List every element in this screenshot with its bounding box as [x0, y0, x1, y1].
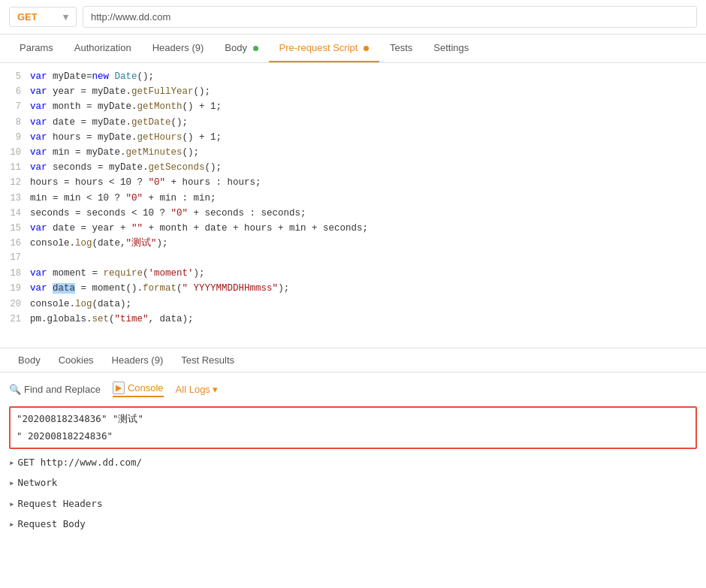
code-line-17: 17 [0, 251, 706, 266]
code-line-10: 10 var min = myDate.getMinutes(); [0, 145, 706, 160]
triangle-icon: ▸ [9, 457, 15, 468]
response-tabs: Body Cookies Headers (9) Test Results [0, 348, 706, 372]
code-line-14: 14 seconds = seconds < 10 ? "0" + second… [0, 206, 706, 221]
url-input[interactable] [83, 6, 697, 28]
triangle-icon: ▸ [9, 477, 15, 488]
tab-test-results[interactable]: Test Results [172, 348, 243, 372]
tab-headers[interactable]: Headers (9) [142, 35, 215, 62]
log-entry-get: ▸GET http://www.dd.com/ [0, 452, 706, 472]
console-area: 🔍 Find and Replace ▶ Console All Logs ▾ … [0, 372, 706, 540]
body-dot [253, 46, 258, 51]
tab-tests[interactable]: Tests [379, 35, 423, 62]
tab-cookies[interactable]: Cookies [50, 348, 103, 372]
tab-headers-response[interactable]: Headers (9) [103, 348, 173, 372]
tab-body-response[interactable]: Body [9, 348, 50, 372]
triangle-icon: ▸ [9, 498, 15, 509]
chevron-down-icon: ▾ [63, 11, 68, 23]
log-entry-request-headers: ▸Request Headers [0, 493, 706, 514]
method-dropdown[interactable]: GET ▾ [9, 7, 77, 27]
code-line-15: 15 var date = year + "" + month + date +… [0, 221, 706, 236]
log-highlight-line-1: "20200818234836" "测试" [17, 411, 689, 428]
tab-authorization[interactable]: Authorization [64, 35, 142, 62]
code-line-13: 13 min = min < 10 ? "0" + min : min; [0, 191, 706, 206]
code-line-8: 8 var date = myDate.getDate(); [0, 115, 706, 130]
console-toolbar: 🔍 Find and Replace ▶ Console All Logs ▾ [0, 378, 706, 403]
code-line-21: 21 pm.globals.set("time", data); [0, 312, 706, 327]
method-label: GET [17, 11, 38, 23]
code-editor[interactable]: 5 var myDate=new Date(); 6 var year = my… [0, 63, 706, 348]
code-line-12: 12 hours = hours < 10 ? "0" + hours : ho… [0, 175, 706, 190]
code-line-16: 16 console.log(date,"测试"); [0, 236, 706, 251]
code-line-9: 9 var hours = myDate.getHours() + 1; [0, 130, 706, 145]
log-entry-request-body: ▸Request Body [0, 514, 706, 534]
request-tabs: Params Authorization Headers (9) Body Pr… [0, 35, 706, 63]
highlighted-log-box: "20200818234836" "测试" " 20200818224836" [9, 406, 697, 449]
search-icon: 🔍 [9, 384, 21, 395]
find-replace-button[interactable]: 🔍 Find and Replace [9, 384, 101, 395]
top-bar: GET ▾ [0, 0, 706, 35]
tab-params[interactable]: Params [9, 35, 64, 62]
all-logs-button[interactable]: All Logs ▾ [176, 384, 218, 395]
triangle-icon: ▸ [9, 518, 15, 529]
log-highlight-line-2: " 20200818224836" [17, 428, 689, 445]
code-line-5: 5 var myDate=new Date(); [0, 69, 706, 84]
tab-settings[interactable]: Settings [423, 35, 479, 62]
tab-pre-request[interactable]: Pre-request Script [269, 35, 379, 62]
tab-body[interactable]: Body [214, 35, 268, 62]
log-entry-network: ▸Network [0, 472, 706, 493]
code-line-7: 7 var month = myDate.getMonth() + 1; [0, 99, 706, 114]
code-line-18: 18 var moment = require('moment'); [0, 266, 706, 281]
chevron-down-icon: ▾ [213, 384, 218, 395]
code-line-19: 19 var data = moment().format(" YYYYMMDD… [0, 281, 706, 296]
console-icon: ▶ [113, 381, 125, 394]
code-line-20: 20 console.log(data); [0, 297, 706, 312]
code-line-11: 11 var seconds = myDate.getSeconds(); [0, 160, 706, 175]
console-button[interactable]: ▶ Console [113, 381, 164, 397]
code-line-6: 6 var year = myDate.getFullYear(); [0, 84, 706, 99]
pre-request-dot [364, 46, 369, 51]
